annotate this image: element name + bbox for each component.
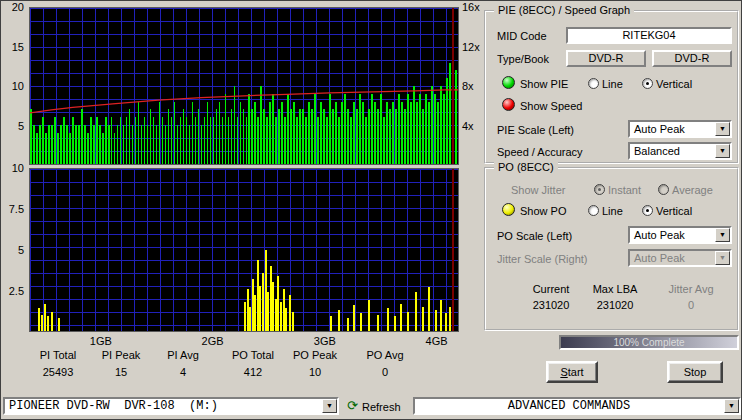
pie-vertical-radio[interactable] — [642, 78, 653, 89]
axis-tick: 5 — [18, 244, 24, 256]
dropdown-arrow-icon[interactable]: ▼ — [715, 122, 730, 136]
start-button[interactable]: Start — [546, 361, 598, 383]
show-pie-led[interactable] — [502, 76, 515, 89]
show-po-led[interactable] — [502, 203, 515, 216]
pie-line-radio[interactable] — [588, 78, 599, 89]
jitter-average-radio[interactable] — [658, 184, 669, 195]
po-vertical-label: Vertical — [656, 205, 692, 217]
axis-tick: 8x — [462, 80, 474, 92]
drive-select[interactable]: PIONEER DVD-RW DVR-108 (M:) ▼ — [3, 397, 339, 415]
axis-tick: 2.5 — [9, 285, 24, 297]
po-line-label: Line — [602, 205, 623, 217]
pie-speed-group: PIE (8ECC) / Speed Graph MID Code RITEKG… — [484, 10, 739, 164]
show-pie-label: Show PIE — [520, 78, 568, 90]
axis-tick: 1GB — [90, 335, 112, 347]
refresh-label[interactable]: Refresh — [362, 401, 401, 413]
axis-tick: 5 — [18, 120, 24, 132]
pie-group-title: PIE (8ECC) / Speed Graph — [494, 4, 634, 16]
advanced-commands-select[interactable]: ADVANCED COMMANDS ▼ — [413, 397, 741, 415]
show-speed-led[interactable] — [502, 98, 515, 111]
refresh-icon[interactable]: ⟳ — [347, 398, 358, 413]
po-bar — [435, 310, 437, 331]
dropdown-arrow-icon[interactable]: ▼ — [715, 228, 730, 242]
axis-tick: 10 — [12, 80, 24, 92]
po-group: PO (8ECC) Show Jitter Instant Average Sh… — [484, 167, 739, 331]
speed-accuracy-label: Speed / Accuracy — [497, 146, 583, 158]
book-type-value: DVD-R — [675, 52, 710, 64]
po-bar — [377, 315, 379, 331]
dropdown-arrow-icon[interactable]: ▼ — [715, 144, 730, 158]
axis-tick: 12x — [462, 41, 480, 53]
jitter-scale-label: Jitter Scale (Right) — [497, 253, 587, 265]
book-type-button[interactable]: DVD-R — [652, 50, 732, 67]
dropdown-arrow-icon[interactable]: ▼ — [322, 399, 337, 413]
speed-accuracy-value: Balanced — [634, 145, 680, 157]
po-bar — [41, 315, 43, 331]
stat-po-total: PO Total 412 — [221, 349, 285, 378]
axis-tick: 4x — [462, 120, 474, 132]
stat-value: 15 — [89, 366, 153, 378]
po-bar — [51, 312, 53, 331]
stat-po-peak: PO Peak 10 — [283, 349, 347, 378]
po-scale-select[interactable]: Auto Peak ▼ — [628, 226, 732, 244]
advanced-commands-value: ADVANCED COMMANDS — [415, 400, 723, 412]
stat-label: PO Peak — [283, 349, 347, 361]
dropdown-arrow-icon: ▼ — [715, 251, 730, 265]
po-line-radio[interactable] — [588, 205, 599, 216]
jitter-avg-value: 0 — [661, 299, 721, 311]
stat-label: PO Avg — [353, 349, 417, 361]
stop-button[interactable]: Stop — [667, 361, 723, 383]
stat-value: 4 — [151, 366, 215, 378]
stat-label: PO Total — [221, 349, 285, 361]
position-marker — [452, 8, 454, 164]
po-group-title: PO (8ECC) — [494, 161, 558, 173]
stat-label: PI Total — [26, 349, 90, 361]
jitter-avg-label: Jitter Avg — [661, 283, 721, 295]
speed-line — [30, 8, 458, 164]
start-rest: tart — [568, 366, 584, 378]
drive-select-value: PIONEER DVD-RW DVR-108 (M:) — [9, 400, 218, 412]
po-vertical-radio[interactable] — [642, 205, 653, 216]
po-bar — [422, 307, 424, 331]
stat-pi-avg: PI Avg 4 — [151, 349, 215, 378]
jitter-scale-value: Auto Peak — [634, 252, 685, 264]
axis-tick: 10 — [12, 162, 24, 174]
pie-scale-select[interactable]: Auto Peak ▼ — [628, 120, 732, 138]
stop-label: Stop — [684, 366, 707, 378]
stat-value: 0 — [353, 366, 417, 378]
show-jitter-label: Show Jitter — [511, 184, 565, 196]
disc-type-button[interactable]: DVD-R — [566, 50, 646, 67]
po-bar — [407, 312, 409, 331]
scan-progress-bar: 100% Complete — [559, 335, 739, 350]
po-left-axis: 107.552.5 — [1, 168, 26, 332]
stat-pi-total: PI Total 25493 — [26, 349, 90, 378]
po-bar — [44, 304, 46, 332]
speed-accuracy-select[interactable]: Balanced ▼ — [628, 142, 732, 160]
mid-code-field: RITEKG04 — [566, 27, 732, 44]
start-accel: S — [560, 366, 567, 378]
mid-code-value: RITEKG04 — [622, 29, 675, 41]
po-bar — [289, 295, 291, 331]
axis-tick: 16x — [462, 1, 480, 13]
po-bar — [292, 312, 294, 331]
mid-code-label: MID Code — [497, 30, 547, 42]
pie-line-label: Line — [602, 78, 623, 90]
po-bar — [400, 304, 402, 332]
po-graph — [29, 168, 459, 332]
max-lba-value: 231020 — [585, 299, 645, 311]
axis-tick: 3GB — [314, 335, 336, 347]
stat-value: 10 — [283, 366, 347, 378]
po-bar — [440, 300, 442, 331]
dropdown-arrow-icon[interactable]: ▼ — [724, 399, 739, 413]
po-bar — [368, 300, 370, 331]
po-bar — [330, 316, 332, 331]
speed-right-axis: 16x12x8x4x — [460, 7, 484, 165]
pie-scale-value: Auto Peak — [634, 123, 685, 135]
disc-quality-scan-window: 2015105 16x12x8x4x 107.552.5 1GB2GB3GB4G… — [0, 0, 742, 420]
pie-vertical-label: Vertical — [656, 78, 692, 90]
max-lba-label: Max LBA — [585, 283, 645, 295]
po-bar — [285, 308, 287, 331]
axis-tick: 20 — [12, 1, 24, 13]
jitter-instant-radio[interactable] — [594, 184, 605, 195]
pie-graph — [29, 7, 459, 165]
